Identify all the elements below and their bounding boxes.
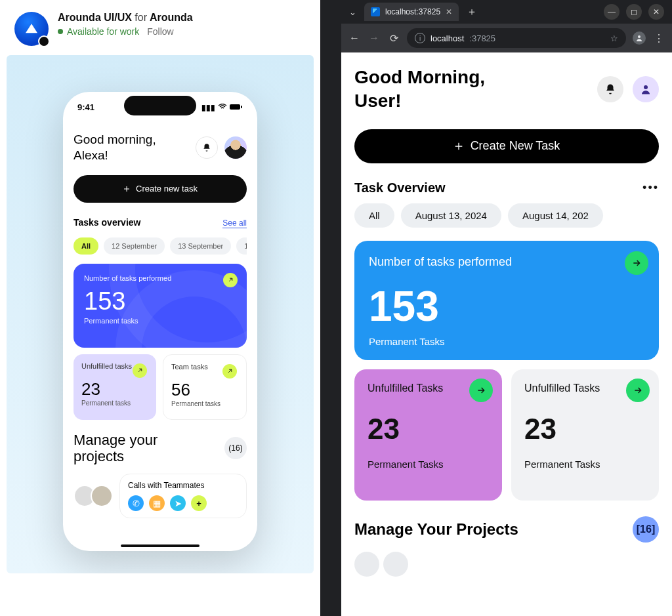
arrow-up-right-icon — [226, 367, 234, 375]
dribbble-shot-panel: Arounda UI/UX for Arounda Available for … — [0, 0, 320, 616]
chip-date-1[interactable]: 12 September — [104, 237, 165, 255]
card-arrow-badge[interactable] — [133, 363, 147, 378]
designer-title[interactable]: Arounda UI/UX for Arounda — [58, 12, 193, 24]
svg-rect-1 — [241, 106, 242, 108]
home-indicator-icon — [121, 544, 200, 547]
project-avatar-1[interactable] — [354, 552, 379, 577]
chip-date-3[interactable]: 14 Sep — [236, 237, 247, 255]
availability-pill[interactable]: Available for work — [58, 26, 139, 37]
card-label: Number of tasks performed — [369, 255, 644, 269]
date-chip-scroller[interactable]: All August 13, 2024 August 14, 202 — [354, 203, 659, 228]
bell-icon — [604, 83, 616, 95]
overview-title: Task Overview — [354, 180, 446, 195]
bookmark-star-icon[interactable]: ☆ — [610, 33, 618, 43]
teammate-avatars[interactable] — [74, 485, 113, 507]
phone-bell-button[interactable] — [196, 136, 218, 159]
new-tab-button[interactable]: ＋ — [463, 5, 481, 19]
shot-canvas: 9:41 ▮▮▮ Good morning, Alexa! — [7, 55, 314, 573]
browser-tab[interactable]: localhost:37825 ✕ — [364, 3, 459, 21]
see-all-link[interactable]: See all — [222, 218, 247, 228]
arrow-right-icon — [631, 258, 642, 268]
card-arrow-badge[interactable] — [625, 251, 648, 275]
person-icon — [635, 34, 643, 42]
project-count-badge[interactable]: [16] — [633, 516, 659, 543]
bell-icon — [202, 143, 211, 152]
window-minimize-button[interactable]: — — [604, 4, 620, 20]
chip-date-1[interactable]: August 13, 2024 — [401, 203, 501, 228]
svg-rect-0 — [230, 104, 240, 110]
phone-big-card-sub: Permanent tasks — [84, 317, 236, 325]
url-host: localhost — [430, 33, 464, 43]
phone-cta-label: Create new task — [136, 184, 198, 194]
chip-all[interactable]: All — [354, 203, 394, 228]
call-app-icon-2[interactable]: ▦ — [149, 495, 165, 511]
team-badge-icon — [38, 35, 50, 47]
card-sub: Permanent Tasks — [524, 459, 646, 470]
overview-menu-button[interactable]: ••• — [642, 181, 659, 195]
chip-date-2[interactable]: August 14, 202 — [508, 203, 603, 228]
app-greeting-line1: Good Morning, — [354, 67, 485, 87]
phone-user-avatar[interactable] — [224, 136, 247, 159]
phone-date-chips[interactable]: All 12 September 13 September 14 Sep — [74, 237, 247, 255]
flutter-favicon-icon — [371, 7, 380, 16]
site-info-icon[interactable]: i — [415, 33, 425, 43]
follow-link[interactable]: Follow — [147, 26, 173, 37]
browser-toolbar[interactable]: ← → ⟳ i localhost:37825 ☆ ⋮ — [341, 24, 672, 52]
card-sub: Permanent tasks — [81, 400, 148, 407]
phone-project-count[interactable]: (16) — [224, 437, 247, 459]
signal-icon: ▮▮▮ — [201, 103, 215, 112]
unfulfilled-card-2[interactable]: Unfulfilled Tasks 23 Permanent Tasks — [511, 369, 659, 501]
phone-performed-card[interactable]: Number of tasks performed 153 Permanent … — [74, 264, 247, 348]
phone-manage-title: Manage your projects — [74, 432, 158, 465]
chip-date-2[interactable]: 13 September — [170, 237, 231, 255]
arrow-right-icon — [476, 385, 486, 396]
phone-big-card-label: Number of tasks performed — [84, 274, 236, 282]
phone-team-card[interactable]: Team tasks 56 Permanent tasks — [163, 354, 247, 420]
browser-tabbar[interactable]: ⌄ localhost:37825 ✕ ＋ — ◻ ✕ — [341, 0, 672, 24]
call-app-icon-1[interactable]: ✆ — [128, 495, 144, 511]
card-arrow-badge[interactable] — [469, 379, 493, 402]
plus-icon — [123, 185, 131, 193]
window-maximize-button[interactable]: ◻ — [626, 4, 642, 20]
call-app-icon-3[interactable]: ➤ — [170, 495, 186, 511]
availability-text: Available for work — [67, 26, 139, 37]
back-button[interactable]: ← — [348, 32, 361, 44]
address-bar[interactable]: i localhost:37825 ☆ — [407, 28, 626, 48]
reload-button[interactable]: ⟳ — [387, 32, 400, 45]
kebab-menu-button[interactable]: ⋮ — [652, 32, 665, 45]
designer-text: Arounda UI/UX for Arounda Available for … — [58, 12, 193, 37]
window-close-button[interactable]: ✕ — [648, 4, 664, 20]
card-value: 23 — [81, 379, 148, 400]
avatar-2[interactable] — [91, 485, 113, 507]
arrow-right-icon — [633, 385, 643, 396]
add-call-app-button[interactable]: + — [191, 495, 207, 511]
designer-avatar[interactable] — [14, 12, 49, 46]
phone-unfulfilled-card[interactable]: Unfulfilled tasks 23 Permanent tasks — [74, 354, 156, 420]
performed-card[interactable]: Number of tasks performed 153 Permanent … — [354, 241, 659, 360]
chip-all[interactable]: All — [74, 237, 98, 255]
card-value: 23 — [368, 413, 489, 445]
profile-button[interactable] — [633, 31, 646, 45]
project-avatar-2[interactable] — [383, 552, 408, 577]
calls-card[interactable]: Calls with Teammates ✆ ▦ ➤ + — [119, 474, 247, 518]
card-arrow-badge[interactable] — [626, 379, 650, 402]
forward-button[interactable]: → — [368, 32, 381, 44]
card-arrow-badge[interactable] — [222, 364, 237, 379]
app-user-button[interactable] — [633, 76, 659, 102]
phone-mock: 9:41 ▮▮▮ Good morning, Alexa! — [63, 92, 257, 551]
create-task-button[interactable]: Create New Task — [354, 129, 659, 163]
tab-close-icon[interactable]: ✕ — [446, 7, 452, 16]
phone-create-task-button[interactable]: Create new task — [74, 175, 247, 203]
unfulfilled-card-1[interactable]: Unfulfilled Tasks 23 Permanent Tasks — [354, 369, 502, 501]
card-sub: Permanent Tasks — [369, 336, 644, 347]
phone-greeting-line1: Good morning, — [74, 133, 156, 146]
app-viewport[interactable]: Good Morning, User! Create New Task Ta — [341, 52, 672, 616]
manage-title-line2: projects — [74, 448, 124, 464]
designer-header: Arounda UI/UX for Arounda Available for … — [0, 0, 320, 52]
app-greeting: Good Morning, User! — [354, 66, 485, 113]
project-avatar-row[interactable] — [354, 552, 659, 577]
app-bell-button[interactable] — [597, 76, 623, 102]
tab-search-chevron-icon[interactable]: ⌄ — [345, 5, 360, 20]
notch-icon — [124, 96, 196, 115]
card-value: 153 — [369, 282, 644, 331]
